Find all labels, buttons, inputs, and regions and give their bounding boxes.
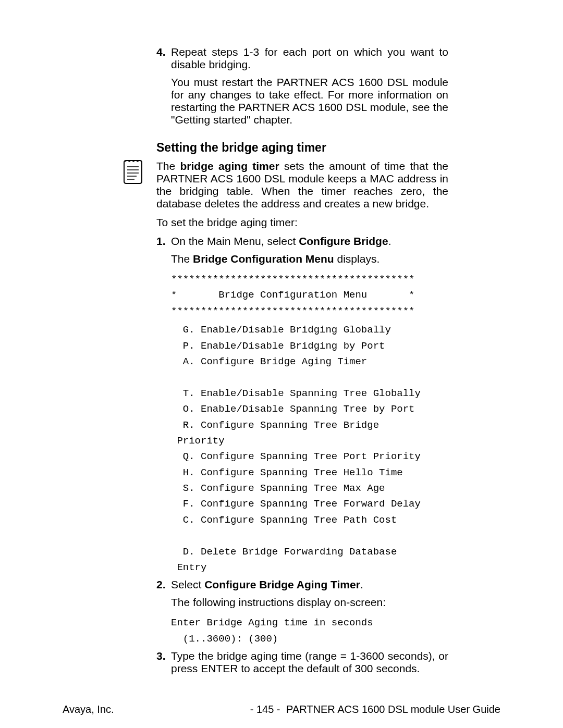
punct: . [360,578,363,590]
step-text: On the Main Menu, select Configure Bridg… [171,235,448,248]
menu-stars: ****************************************… [171,305,414,317]
section-heading: Setting the bridge aging timer [156,141,448,155]
bold-text: Bridge Configuration Menu [193,253,334,265]
section-intro: The bridge aging timer sets the amount o… [156,160,448,210]
punct: . [388,235,391,247]
step-number: 2. [156,578,171,591]
step-1: 1. On the Main Menu, select Configure Br… [156,235,448,248]
menu-title-block: ****************************************… [171,272,448,319]
bold-text: Configure Bridge Aging Timer [204,578,360,590]
bold-text: bridge aging timer [180,160,279,172]
text: On the Main Menu, select [171,235,299,247]
step-number: 3. [156,650,171,675]
text: The [171,253,193,265]
step-text: Type the bridge aging time (range = 1-36… [171,650,448,675]
footer-company: Avaya, Inc. [63,704,114,715]
text: displays. [334,253,380,265]
section-lead: To set the bridge aging timer: [156,216,448,229]
menu-stars: ****************************************… [171,274,414,285]
footer-page-number: - 145 - [250,704,280,715]
step-text: Select Configure Bridge Aging Timer. [171,578,448,591]
page-footer: Avaya, Inc. - 145 - PARTNER ACS 1600 DSL… [63,704,500,715]
text: Select [171,578,204,590]
footer-doc-title: PARTNER ACS 1600 DSL module User Guide [286,704,500,715]
step-1-result: The Bridge Configuration Menu displays. [171,253,448,265]
step-4: 4. Repeat steps 1-3 for each port on whi… [156,46,448,71]
text: The [156,160,180,172]
bold-text: Configure Bridge [299,235,388,247]
notepad-icon [119,157,147,186]
step-4-note: You must restart the PARTNER ACS 1600 DS… [171,76,448,126]
step-number: 1. [156,235,171,248]
step-2-result: The following instructions display on-sc… [171,596,448,609]
footer-right: - 145 - PARTNER ACS 1600 DSL module User… [250,704,500,715]
menu-items: G. Enable/Disable Bridging Globally P. E… [171,322,448,575]
step-2-code: Enter Bridge Aging time in seconds (1..3… [171,615,448,647]
page-content: 4. Repeat steps 1-3 for each port on whi… [156,46,448,678]
menu-title: * Bridge Configuration Menu * [171,289,414,301]
step-3: 3. Type the bridge aging time (range = 1… [156,650,448,675]
step-number: 4. [156,46,171,71]
step-2: 2. Select Configure Bridge Aging Timer. [156,578,448,591]
step-text: Repeat steps 1-3 for each port on which … [171,46,448,71]
